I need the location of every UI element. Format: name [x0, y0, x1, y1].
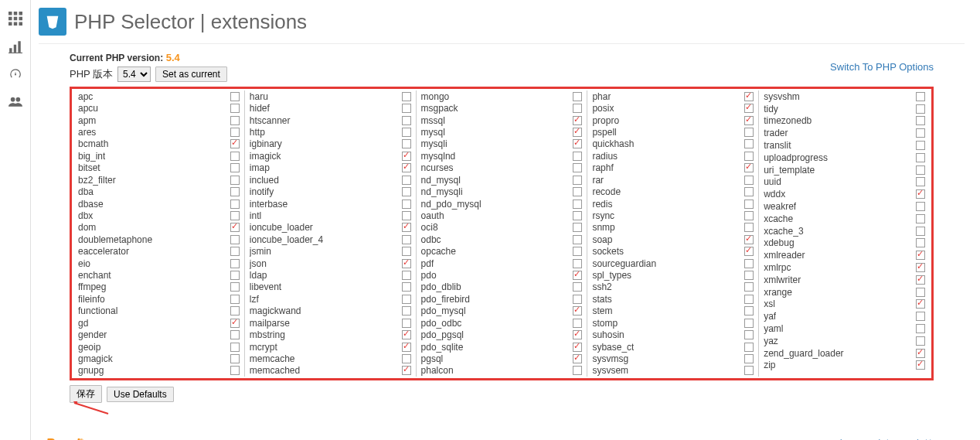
extension-item[interactable]: xcache_3	[759, 225, 930, 237]
extension-checkbox[interactable]	[916, 275, 925, 285]
extension-checkbox[interactable]	[230, 176, 240, 185]
extension-item[interactable]: pdo_dblib	[417, 281, 587, 293]
extension-item[interactable]: sockets	[587, 245, 758, 257]
extension-item[interactable]: hidef	[245, 102, 416, 114]
extension-checkbox[interactable]	[230, 306, 240, 316]
extension-checkbox[interactable]	[744, 163, 754, 172]
save-button[interactable]: 保存	[70, 385, 102, 403]
extension-checkbox[interactable]	[744, 235, 754, 244]
extension-item[interactable]: msgpack	[417, 102, 587, 114]
extension-item[interactable]: pspell	[587, 126, 758, 138]
extension-item[interactable]: suhosin	[587, 329, 758, 340]
extension-checkbox[interactable]	[230, 139, 240, 148]
extension-checkbox[interactable]	[402, 223, 411, 232]
extension-checkbox[interactable]	[230, 92, 240, 101]
extension-item[interactable]: xmlrpc	[759, 261, 930, 274]
extension-item[interactable]: yaz	[759, 335, 930, 347]
extension-checkbox[interactable]	[230, 104, 240, 113]
extension-item[interactable]: intl	[245, 210, 416, 221]
extension-checkbox[interactable]	[573, 92, 582, 101]
extension-item[interactable]: mailparse	[245, 317, 416, 329]
extension-item[interactable]: oauth	[417, 210, 587, 221]
extension-item[interactable]: gnupg	[73, 365, 244, 377]
extension-checkbox[interactable]	[744, 271, 754, 280]
extension-item[interactable]: quickhash	[587, 138, 758, 150]
extension-item[interactable]: phalcon	[417, 365, 587, 377]
extension-checkbox[interactable]	[573, 116, 582, 125]
extension-checkbox[interactable]	[916, 238, 925, 247]
extension-checkbox[interactable]	[573, 104, 582, 113]
extension-item[interactable]: mssql	[417, 114, 587, 126]
extension-checkbox[interactable]	[230, 128, 240, 137]
extension-checkbox[interactable]	[230, 211, 240, 220]
extension-checkbox[interactable]	[230, 235, 240, 244]
extension-checkbox[interactable]	[573, 128, 582, 137]
extension-checkbox[interactable]	[402, 116, 411, 125]
extension-item[interactable]: oci8	[417, 222, 587, 234]
extension-item[interactable]: sybase_ct	[587, 341, 758, 353]
extension-item[interactable]: pdo_firebird	[417, 293, 587, 305]
extension-item[interactable]: gd	[73, 317, 244, 329]
extension-item[interactable]: weakref	[759, 200, 930, 213]
extension-item[interactable]: json	[245, 258, 416, 269]
extension-checkbox[interactable]	[573, 259, 582, 268]
extension-item[interactable]: zip	[759, 360, 930, 372]
extension-checkbox[interactable]	[230, 116, 240, 125]
extension-checkbox[interactable]	[744, 343, 754, 352]
extension-item[interactable]: pdo_sqlite	[417, 341, 587, 353]
extension-checkbox[interactable]	[744, 295, 754, 304]
extension-checkbox[interactable]	[916, 251, 925, 260]
extension-item[interactable]: redis	[587, 198, 758, 210]
extension-checkbox[interactable]	[744, 223, 754, 232]
extension-checkbox[interactable]	[230, 247, 240, 256]
extension-item[interactable]: translit	[759, 139, 930, 152]
extension-item[interactable]: zend_guard_loader	[759, 347, 930, 360]
stats-icon[interactable]	[0, 34, 31, 59]
extension-checkbox[interactable]	[744, 176, 754, 185]
extension-checkbox[interactable]	[916, 141, 925, 150]
extension-item[interactable]: yaml	[759, 322, 930, 335]
extension-checkbox[interactable]	[573, 330, 582, 339]
extension-item[interactable]: enchant	[73, 269, 244, 281]
extension-item[interactable]: sysvshm	[759, 90, 930, 103]
extension-item[interactable]: trader	[759, 127, 930, 139]
extension-checkbox[interactable]	[744, 139, 754, 148]
extension-item[interactable]: xcache	[759, 213, 930, 225]
extension-checkbox[interactable]	[744, 366, 754, 375]
extension-item[interactable]: rar	[587, 174, 758, 186]
extension-checkbox[interactable]	[402, 235, 411, 244]
extension-item[interactable]: mbstring	[245, 329, 416, 340]
extension-item[interactable]: pgsql	[417, 353, 587, 364]
extension-checkbox[interactable]	[744, 200, 754, 209]
extension-checkbox[interactable]	[744, 282, 754, 292]
extension-checkbox[interactable]	[230, 163, 240, 172]
extension-checkbox[interactable]	[402, 319, 411, 328]
extension-checkbox[interactable]	[916, 324, 925, 333]
extension-checkbox[interactable]	[573, 152, 582, 161]
extension-item[interactable]: fileinfo	[73, 293, 244, 305]
extension-item[interactable]: bcmath	[73, 138, 244, 150]
extension-item[interactable]: stats	[587, 293, 758, 305]
extension-checkbox[interactable]	[573, 247, 582, 256]
users-icon[interactable]	[0, 90, 31, 114]
extension-item[interactable]: inotify	[245, 186, 416, 197]
extension-checkbox[interactable]	[744, 354, 754, 363]
extension-item[interactable]: nd_mysql	[417, 174, 587, 186]
extension-checkbox[interactable]	[744, 92, 754, 101]
extension-item[interactable]: bz2_filter	[73, 174, 244, 186]
extension-checkbox[interactable]	[402, 306, 411, 316]
extension-checkbox[interactable]	[573, 354, 582, 363]
extension-item[interactable]: jsmin	[245, 245, 416, 257]
extension-checkbox[interactable]	[916, 299, 925, 309]
extension-item[interactable]: gender	[73, 329, 244, 340]
extension-checkbox[interactable]	[916, 128, 925, 138]
extension-item[interactable]: posix	[587, 102, 758, 114]
extension-item[interactable]: xdebug	[759, 237, 930, 250]
extension-item[interactable]: stem	[587, 305, 758, 317]
extension-item[interactable]: igbinary	[245, 138, 416, 150]
grid-icon[interactable]	[0, 6, 31, 31]
extension-checkbox[interactable]	[916, 288, 925, 297]
extension-item[interactable]: inclued	[245, 174, 416, 186]
extension-item[interactable]: eio	[73, 258, 244, 269]
extension-item[interactable]: sourceguardian	[587, 258, 758, 269]
